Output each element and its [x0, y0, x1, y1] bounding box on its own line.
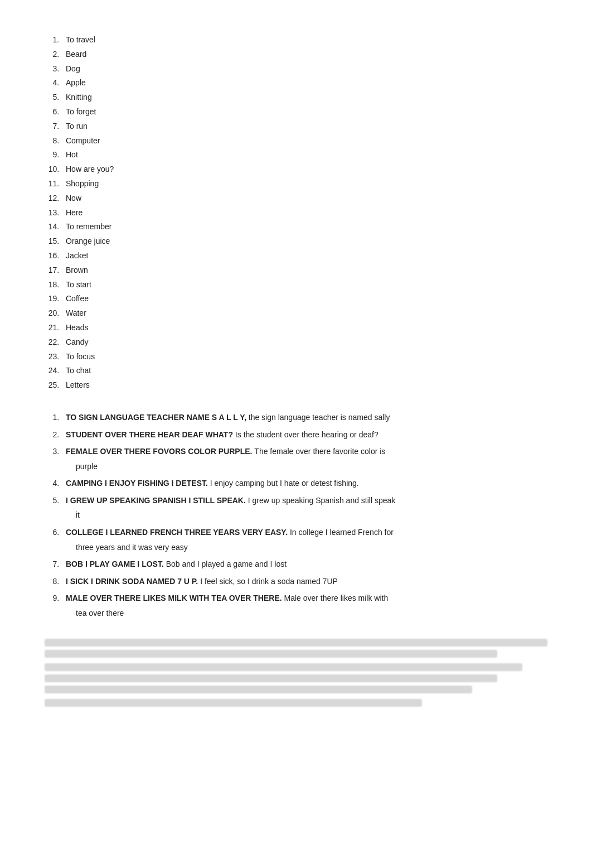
vocab-item: Jacket [61, 249, 547, 263]
vocab-item: To forget [61, 105, 547, 119]
vocab-item: Heads [61, 321, 547, 335]
vocab-item: Candy [61, 336, 547, 349]
sentence-item: I SICK I DRINK SODA NAMED 7 U P. I feel … [61, 574, 547, 589]
blurred-line-13 [45, 699, 547, 707]
vocab-item: To start [61, 278, 547, 292]
sentence-item: CAMPING I ENJOY FISHING I DETEST. I enjo… [61, 476, 547, 491]
vocab-item: To remember [61, 220, 547, 234]
vocab-item: Knitting [61, 91, 547, 104]
vocab-list: To travelBeardDogAppleKnittingTo forgetT… [61, 33, 547, 392]
vocab-item: Dog [61, 62, 547, 76]
sentence-item: I GREW UP SPEAKING SPANISH I STILL SPEAK… [61, 493, 547, 523]
vocab-item: Beard [61, 48, 547, 61]
vocab-item: To run [61, 120, 547, 133]
sentence-item: FEMALE OVER THERE FOVORS COLOR PURPLE. T… [61, 444, 547, 474]
vocab-item: Brown [61, 264, 547, 277]
vocab-item: Computer [61, 134, 547, 148]
sentence-item: TO SIGN LANGUAGE TEACHER NAME S A L L Y,… [61, 410, 547, 425]
sentence-list: TO SIGN LANGUAGE TEACHER NAME S A L L Y,… [61, 410, 547, 621]
vocab-item: Apple [61, 76, 547, 90]
sentence-item: COLLEGE I LEARNED FRENCH THREE YEARS VER… [61, 525, 547, 554]
vocab-item: Shopping [61, 177, 547, 191]
vocab-item: To chat [61, 364, 547, 378]
blurred-lines-11-12 [45, 663, 547, 693]
sentence-item: STUDENT OVER THERE HEAR DEAF WHAT? Is th… [61, 427, 547, 442]
vocab-item: How are you? [61, 163, 547, 176]
vocab-item: Letters [61, 379, 547, 392]
sentence-item: BOB I PLAY GAME I LOST. Bob and I played… [61, 557, 547, 572]
vocab-item: Coffee [61, 292, 547, 306]
vocab-item: Now [61, 192, 547, 205]
vocab-section: To travelBeardDogAppleKnittingTo forgetT… [45, 33, 547, 392]
vocab-item: To focus [61, 350, 547, 364]
blurred-line-10 [45, 639, 547, 658]
sentences-section: TO SIGN LANGUAGE TEACHER NAME S A L L Y,… [45, 410, 547, 621]
vocab-item: Hot [61, 148, 547, 162]
sentence-item: MALE OVER THERE LIKES MILK WITH TEA OVER… [61, 591, 547, 620]
blurred-content-section [45, 639, 547, 707]
vocab-item: To travel [61, 33, 547, 47]
vocab-item: Here [61, 206, 547, 220]
vocab-item: Water [61, 307, 547, 320]
vocab-item: Orange juice [61, 235, 547, 248]
